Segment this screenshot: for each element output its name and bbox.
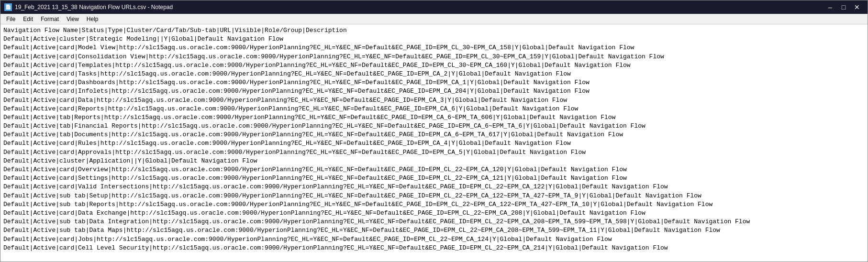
menu-bar: File Edit Format View Help — [0, 14, 868, 24]
close-button[interactable]: ✕ — [850, 0, 864, 14]
title-bar-left: 📄 19_Feb_2021 13_15_38 Navigation Flow U… — [4, 3, 173, 11]
menu-format[interactable]: Format — [37, 14, 63, 24]
menu-view[interactable]: View — [63, 14, 83, 24]
notepad-icon: 📄 — [4, 3, 12, 11]
title-bar: 📄 19_Feb_2021 13_15_38 Navigation Flow U… — [0, 0, 868, 14]
window-title: 19_Feb_2021 13_15_38 Navigation Flow URL… — [15, 4, 173, 11]
maximize-button[interactable]: □ — [837, 0, 850, 14]
menu-help[interactable]: Help — [83, 14, 102, 24]
notepad-window: 📄 19_Feb_2021 13_15_38 Navigation Flow U… — [0, 0, 868, 262]
window-controls: – □ ✕ — [823, 0, 864, 14]
text-content: Navigation Flow Name|Status|Type|Cluster… — [3, 26, 865, 252]
minimize-button[interactable]: – — [823, 0, 837, 14]
menu-file[interactable]: File — [2, 14, 19, 24]
text-editor-area[interactable]: Navigation Flow Name|Status|Type|Cluster… — [0, 24, 868, 262]
menu-edit[interactable]: Edit — [19, 14, 37, 24]
